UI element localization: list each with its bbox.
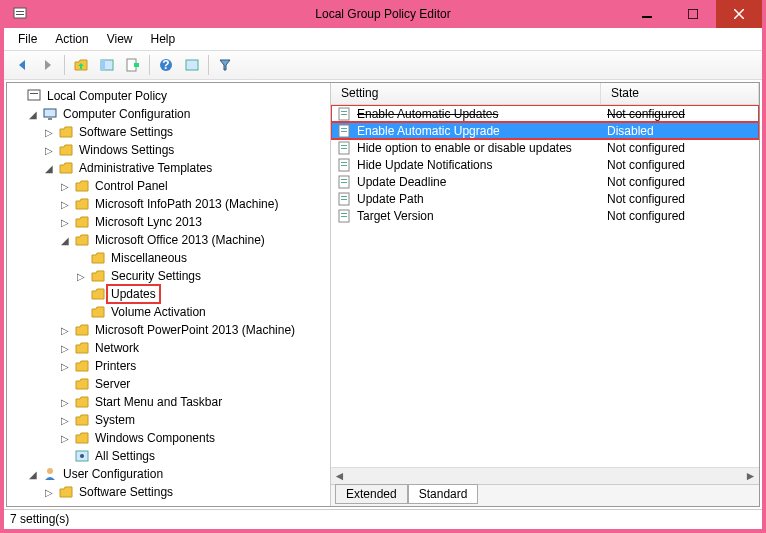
svg-rect-25 <box>341 131 347 132</box>
policy-item-icon <box>337 174 353 190</box>
tree-control-panel[interactable]: ▷Control Panel <box>11 177 330 195</box>
tree-printers[interactable]: ▷Printers <box>11 357 330 375</box>
svg-rect-2 <box>16 14 24 15</box>
show-hide-tree-button[interactable] <box>95 53 119 77</box>
tree-misc[interactable]: Miscellaneous <box>11 249 330 267</box>
folder-icon <box>74 322 90 338</box>
folder-icon <box>74 196 90 212</box>
toolbar-separator <box>149 55 150 75</box>
scroll-right-icon[interactable]: ► <box>742 469 759 483</box>
close-button[interactable] <box>716 0 762 28</box>
tree-user-config[interactable]: ◢User Configuration <box>11 465 330 483</box>
tree-user-software[interactable]: ▷Software Settings <box>11 483 330 501</box>
policy-icon <box>26 88 42 104</box>
list-body[interactable]: Enable Automatic UpdatesNot configured E… <box>331 105 759 467</box>
svg-point-19 <box>47 468 53 474</box>
menu-help[interactable]: Help <box>143 30 184 48</box>
svg-rect-3 <box>642 16 652 18</box>
svg-rect-37 <box>341 199 347 200</box>
tree-server[interactable]: Server <box>11 375 330 393</box>
tree-volume[interactable]: Volume Activation <box>11 303 330 321</box>
filter-button[interactable] <box>213 53 237 77</box>
tree-ppt[interactable]: ▷Microsoft PowerPoint 2013 (Machine) <box>11 321 330 339</box>
back-button[interactable] <box>10 53 34 77</box>
tree-infopath[interactable]: ▷Microsoft InfoPath 2013 (Machine) <box>11 195 330 213</box>
folder-icon <box>74 376 90 392</box>
folder-icon <box>74 430 90 446</box>
svg-rect-36 <box>341 196 347 197</box>
col-state[interactable]: State <box>601 83 759 104</box>
tree-system[interactable]: ▷System <box>11 411 330 429</box>
folder-icon <box>90 250 106 266</box>
col-setting[interactable]: Setting <box>331 83 601 104</box>
policy-item-icon <box>337 106 353 122</box>
list-row[interactable]: Enable Automatic UpgradeDisabled <box>331 122 759 139</box>
folder-icon <box>74 412 90 428</box>
minimize-button[interactable] <box>624 0 670 28</box>
list-row[interactable]: Hide Update NotificationsNot configured <box>331 156 759 173</box>
tree-windows-settings[interactable]: ▷Windows Settings <box>11 141 330 159</box>
folder-icon <box>90 286 106 302</box>
svg-rect-40 <box>341 216 347 217</box>
tree-root[interactable]: Local Computer Policy <box>11 87 330 105</box>
tree-office[interactable]: ◢Microsoft Office 2013 (Machine) <box>11 231 330 249</box>
settings-icon <box>74 448 90 464</box>
tree-lync[interactable]: ▷Microsoft Lync 2013 <box>11 213 330 231</box>
folder-icon <box>58 142 74 158</box>
svg-rect-8 <box>101 60 105 70</box>
forward-button[interactable] <box>36 53 60 77</box>
policy-item-icon <box>337 208 353 224</box>
scroll-left-icon[interactable]: ◄ <box>331 469 348 483</box>
menu-bar: File Action View Help <box>4 28 762 50</box>
folder-icon <box>90 268 106 284</box>
tree-startmenu[interactable]: ▷Start Menu and Taskbar <box>11 393 330 411</box>
svg-rect-0 <box>14 8 26 18</box>
policy-item-icon <box>337 123 353 139</box>
list-row[interactable]: Enable Automatic UpdatesNot configured <box>331 105 759 122</box>
list-header: Setting State <box>331 83 759 105</box>
tree-admin-templates[interactable]: ◢Administrative Templates <box>11 159 330 177</box>
folder-icon <box>58 160 74 176</box>
tree-computer-config[interactable]: ◢Computer Configuration <box>11 105 330 123</box>
policy-item-icon <box>337 140 353 156</box>
tree-security[interactable]: ▷Security Settings <box>11 267 330 285</box>
tab-extended[interactable]: Extended <box>335 484 408 504</box>
status-bar: 7 setting(s) <box>4 509 762 529</box>
svg-rect-27 <box>341 145 347 146</box>
list-row[interactable]: Update DeadlineNot configured <box>331 173 759 190</box>
svg-rect-16 <box>48 118 52 120</box>
svg-rect-1 <box>16 11 24 12</box>
svg-rect-34 <box>341 182 347 183</box>
folder-icon <box>58 124 74 140</box>
list-row[interactable]: Target VersionNot configured <box>331 207 759 224</box>
maximize-button[interactable] <box>670 0 716 28</box>
list-row[interactable]: Hide option to enable or disable updates… <box>331 139 759 156</box>
tree-windows-components[interactable]: ▷Windows Components <box>11 429 330 447</box>
bottom-tabs: Extended Standard <box>331 484 759 506</box>
folder-icon <box>74 214 90 230</box>
tab-standard[interactable]: Standard <box>408 484 479 504</box>
folder-icon <box>90 304 106 320</box>
menu-file[interactable]: File <box>10 30 45 48</box>
svg-rect-15 <box>44 109 56 117</box>
tree-all-settings[interactable]: All Settings <box>11 447 330 465</box>
export-button[interactable] <box>121 53 145 77</box>
tree-network[interactable]: ▷Network <box>11 339 330 357</box>
computer-icon <box>42 106 58 122</box>
menu-view[interactable]: View <box>99 30 141 48</box>
properties-button[interactable] <box>180 53 204 77</box>
tree-software-settings[interactable]: ▷Software Settings <box>11 123 330 141</box>
tree-pane[interactable]: Local Computer Policy ◢Computer Configur… <box>7 83 331 506</box>
help-button[interactable]: ? <box>154 53 178 77</box>
tree-updates[interactable]: Updates <box>11 285 330 303</box>
policy-item-icon <box>337 191 353 207</box>
folder-icon <box>58 484 74 500</box>
folder-icon <box>74 394 90 410</box>
svg-rect-39 <box>341 213 347 214</box>
horizontal-scrollbar[interactable]: ◄ ► <box>331 467 759 484</box>
up-button[interactable] <box>69 53 93 77</box>
svg-point-18 <box>80 454 84 458</box>
title-bar: Local Group Policy Editor <box>4 0 762 28</box>
menu-action[interactable]: Action <box>47 30 96 48</box>
list-row[interactable]: Update PathNot configured <box>331 190 759 207</box>
